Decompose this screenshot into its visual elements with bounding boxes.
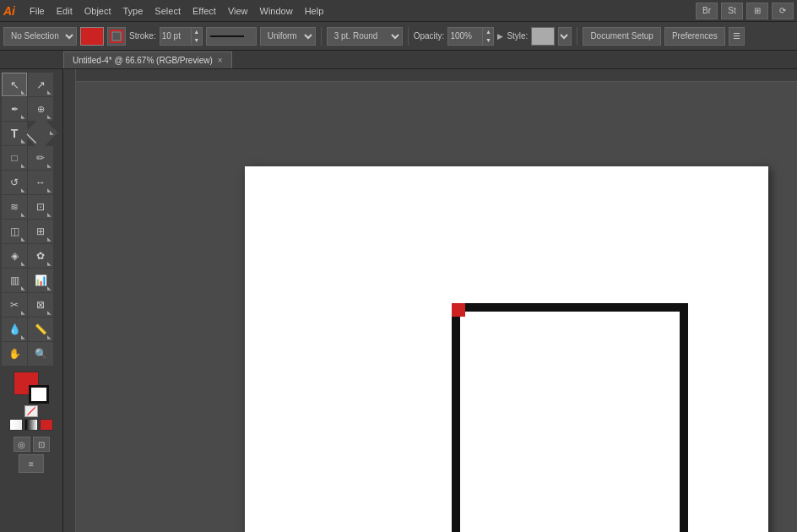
tab-bar: Untitled-4* @ 66.67% (RGB/Preview) × — [0, 51, 797, 69]
menu-edit[interactable]: Edit — [51, 4, 79, 18]
opacity-label: Opacity: — [414, 31, 445, 41]
symbol-tool[interactable]: ✿◣ — [28, 244, 53, 268]
workspace-icon[interactable]: ⊞ — [746, 3, 768, 19]
pattern-swatch[interactable] — [40, 419, 53, 431]
quick-swatches — [24, 405, 38, 417]
tool-row-1: ↖◣ ↗◣ — [2, 73, 61, 96]
select-tool[interactable]: ↖◣ — [2, 73, 27, 96]
fill-color-swatch[interactable] — [80, 27, 104, 46]
artboard-tool[interactable]: ⊠◣ — [28, 293, 53, 317]
blend-tool[interactable]: ◈◣ — [2, 244, 27, 268]
tab-title: Untitled-4* @ 66.67% (RGB/Preview) — [73, 56, 213, 65]
menu-bar: Ai File Edit Object Type Select Effect V… — [0, 0, 797, 22]
left-toolbar: ↖◣ ↗◣ ✒◣ ⊕◣ T◣ |◣ □◣ ✏◣ ↺◣ ↔◣ ≋◣ ⊡◣ ◫◣ ⊞… — [0, 69, 63, 532]
sync-icon[interactable]: ⟳ — [772, 3, 794, 19]
eyedropper-tool[interactable]: 💧◣ — [2, 318, 27, 341]
rectangle-object[interactable] — [452, 303, 688, 532]
chart-tool[interactable]: ▥◣ — [2, 269, 27, 292]
menu-effect[interactable]: Effect — [187, 4, 222, 18]
none-swatch[interactable] — [24, 405, 38, 417]
style-label: Style: — [507, 31, 528, 41]
graph-tool[interactable]: 📊◣ — [28, 269, 53, 292]
toggle-visibility-button[interactable]: ◎ — [14, 437, 30, 452]
ruler-top — [63, 69, 797, 82]
gradient-swatch[interactable] — [24, 419, 38, 431]
menu-file[interactable]: File — [24, 4, 51, 18]
arrange-button[interactable]: ☰ — [729, 27, 745, 46]
color-swatch-area[interactable] — [14, 372, 49, 404]
mirror-tool[interactable]: ↔◣ — [28, 171, 53, 194]
stroke-down-arrow[interactable]: ▼ — [192, 36, 202, 45]
divider-1 — [321, 27, 322, 46]
preferences-button[interactable]: Preferences — [664, 27, 725, 46]
style-swatch[interactable] — [531, 27, 555, 46]
opacity-up-arrow[interactable]: ▲ — [483, 28, 493, 36]
stroke-line — [210, 35, 244, 37]
tool-row-12: ✋ 🔍 — [2, 342, 61, 366]
mesh-tool[interactable]: ⊞◣ — [28, 220, 53, 243]
pen-tool[interactable]: ✒◣ — [2, 97, 27, 121]
stroke-swatch[interactable] — [29, 385, 49, 404]
color-mode-swatch[interactable] — [9, 419, 23, 431]
tab-close-button[interactable]: × — [218, 56, 223, 65]
stroke-label: Stroke: — [129, 31, 156, 41]
stroke-up-arrow[interactable]: ▲ — [192, 28, 202, 36]
stroke-type-dropdown[interactable]: Uniform — [260, 27, 316, 46]
mini-swatch-row — [9, 419, 53, 431]
style-dropdown[interactable]: ▾ — [558, 27, 572, 46]
hand-tool[interactable]: ✋ — [2, 342, 27, 366]
menu-object[interactable]: Object — [79, 4, 117, 18]
tool-row-2: ✒◣ ⊕◣ — [2, 97, 61, 121]
stock-icon[interactable]: St — [721, 3, 743, 19]
document-tab[interactable]: Untitled-4* @ 66.67% (RGB/Preview) × — [63, 52, 232, 68]
document-setup-button[interactable]: Document Setup — [583, 27, 661, 46]
rect-tool[interactable]: □◣ — [2, 146, 27, 170]
tool-row-9: ▥◣ 📊◣ — [2, 269, 61, 292]
main-layout: ↖◣ ↗◣ ✒◣ ⊕◣ T◣ |◣ □◣ ✏◣ ↺◣ ↔◣ ≋◣ ⊡◣ ◫◣ ⊞… — [0, 69, 797, 532]
ruler-left — [63, 69, 76, 532]
tool-row-10: ✂◣ ⊠◣ — [2, 293, 61, 317]
tool-row-5: ↺◣ ↔◣ — [2, 171, 61, 194]
divider-2 — [408, 27, 409, 46]
artboard — [245, 166, 768, 532]
tool-row-6: ≋◣ ⊡◣ — [2, 195, 61, 219]
layers-button[interactable]: ≡ — [19, 454, 44, 473]
opacity-down-arrow[interactable]: ▼ — [483, 36, 493, 45]
app-icons: Br St ⊞ ⟳ — [696, 3, 794, 19]
rotate-tool[interactable]: ↺◣ — [2, 171, 27, 194]
menu-type[interactable]: Type — [117, 4, 149, 18]
artboard-view-button[interactable]: ⊡ — [33, 437, 50, 452]
stroke-value-field[interactable] — [160, 31, 191, 41]
tool-row-3: T◣ |◣ — [2, 122, 61, 145]
measure-tool[interactable]: 📏◣ — [28, 318, 53, 341]
opacity-input[interactable]: ▲ ▼ — [447, 27, 494, 46]
stroke-value-input[interactable]: ▲ ▼ — [160, 27, 203, 46]
menu-view[interactable]: View — [222, 4, 254, 18]
canvas-area — [63, 69, 797, 532]
bridge-icon[interactable]: Br — [696, 3, 718, 19]
opacity-arrows: ▲ ▼ — [482, 28, 493, 45]
direct-select-tool[interactable]: ↗◣ — [28, 73, 53, 96]
round-cap-dropdown[interactable]: 3 pt. Round — [327, 27, 403, 46]
tool-row-7: ◫◣ ⊞◣ — [2, 220, 61, 243]
selection-dropdown[interactable]: No Selection — [3, 27, 77, 46]
stroke-line-preview[interactable] — [206, 27, 257, 46]
menu-help[interactable]: Help — [299, 4, 330, 18]
zoom-tool[interactable]: 🔍 — [28, 342, 53, 366]
transform-tool[interactable]: ⊡◣ — [28, 195, 53, 219]
slice-tool[interactable]: ✂◣ — [2, 293, 27, 317]
artboard-container — [76, 82, 797, 532]
stroke-arrows: ▲ ▼ — [191, 28, 202, 45]
red-corner-indicator — [452, 303, 465, 317]
warp-tool[interactable]: ≋◣ — [2, 195, 27, 219]
svg-rect-1 — [112, 32, 121, 41]
pencil-tool[interactable]: ✏◣ — [28, 146, 53, 170]
app-logo: Ai — [3, 4, 15, 18]
opacity-value-field[interactable] — [448, 31, 482, 41]
menu-select[interactable]: Select — [149, 4, 187, 18]
stroke-type-icon[interactable] — [107, 27, 126, 46]
gradient-tool[interactable]: ◫◣ — [2, 220, 27, 243]
menu-window[interactable]: Window — [254, 4, 299, 18]
tool-row-8: ◈◣ ✿◣ — [2, 244, 61, 268]
divider-3 — [577, 27, 577, 46]
